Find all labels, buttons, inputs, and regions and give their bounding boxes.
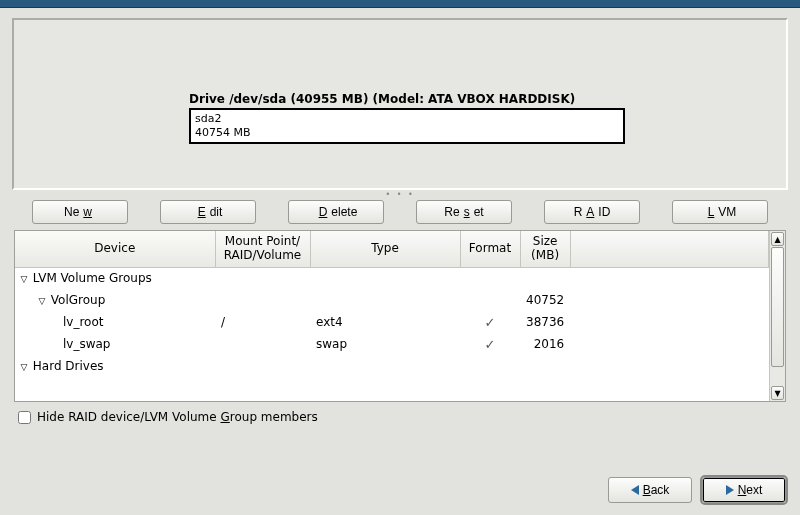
check-icon: ✓ [485,315,496,330]
partition-table: Device Mount Point/ RAID/Volume Type For… [14,230,786,402]
scroll-up-icon[interactable]: ▲ [771,232,784,246]
action-toolbar: New Edit Delete Reset RAID LVM [12,200,788,230]
drive-diagram-panel: Drive /dev/sda (40955 MB) (Model: ATA VB… [12,18,788,190]
row-volgroup[interactable]: ▽ VolGroup 40752 [15,289,769,311]
partition-size: 40754 MB [195,126,619,140]
hide-raid-lvm-label: Hide RAID device/LVM Volume Group member… [37,410,318,424]
expander-icon[interactable]: ▽ [19,362,29,372]
col-size[interactable]: Size (MB) [520,231,570,267]
reset-button[interactable]: Reset [416,200,512,224]
hide-raid-lvm-checkbox[interactable] [18,411,31,424]
lvm-button[interactable]: LVM [672,200,768,224]
back-button[interactable]: Back [608,477,692,503]
col-mount[interactable]: Mount Point/ RAID/Volume [215,231,310,267]
raid-button[interactable]: RAID [544,200,640,224]
row-lvm-groups[interactable]: ▽ LVM Volume Groups [15,267,769,289]
hide-raid-lvm-checkbox-row[interactable]: Hide RAID device/LVM Volume Group member… [12,402,788,424]
table-header-row: Device Mount Point/ RAID/Volume Type For… [15,231,769,267]
row-lv[interactable]: lv_root / ext4 ✓ 38736 [15,311,769,333]
delete-button[interactable]: Delete [288,200,384,224]
vertical-scrollbar[interactable]: ▲ ▼ [769,231,785,401]
arrow-left-icon [631,485,639,495]
col-type[interactable]: Type [310,231,460,267]
pane-gripper[interactable]: • • • [12,190,788,200]
col-device[interactable]: Device [15,231,215,267]
row-hard-drives[interactable]: ▽ Hard Drives [15,355,769,377]
edit-button[interactable]: Edit [160,200,256,224]
wizard-nav: Back Next [608,477,786,503]
window-titlebar [0,0,800,8]
drive-title: Drive /dev/sda (40955 MB) (Model: ATA VB… [189,92,625,106]
arrow-right-icon [726,485,734,495]
scroll-thumb[interactable] [771,247,784,367]
next-button[interactable]: Next [702,477,786,503]
scroll-down-icon[interactable]: ▼ [771,386,784,400]
drive-partition-box[interactable]: sda2 40754 MB [189,108,625,144]
partition-name: sda2 [195,112,619,126]
col-spacer [570,231,768,267]
row-lv[interactable]: lv_swap swap ✓ 2016 [15,333,769,355]
check-icon: ✓ [485,337,496,352]
expander-icon[interactable]: ▽ [19,274,29,284]
expander-icon[interactable]: ▽ [37,296,47,306]
new-button[interactable]: New [32,200,128,224]
col-format[interactable]: Format [460,231,520,267]
